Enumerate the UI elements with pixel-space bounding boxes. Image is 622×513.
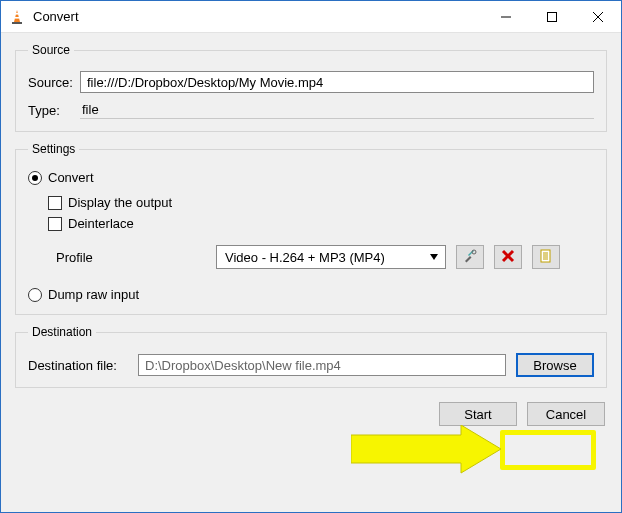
minimize-button[interactable]	[483, 1, 529, 33]
close-button[interactable]	[575, 1, 621, 33]
arrow-annotation	[351, 425, 511, 484]
dump-raw-label: Dump raw input	[48, 287, 139, 302]
profile-combobox[interactable]: Video - H.264 + MP3 (MP4)	[216, 245, 446, 269]
svg-marker-8	[430, 254, 438, 260]
svg-rect-12	[541, 250, 550, 262]
deinterlace-label: Deinterlace	[68, 216, 134, 231]
display-output-label: Display the output	[68, 195, 172, 210]
destination-label: Destination file:	[28, 358, 128, 373]
svg-rect-1	[15, 13, 18, 15]
browse-button[interactable]: Browse	[516, 353, 594, 377]
tools-icon	[462, 248, 478, 267]
source-label: Source:	[28, 75, 80, 90]
delete-profile-button[interactable]	[494, 245, 522, 269]
chevron-down-icon	[429, 252, 439, 262]
destination-legend: Destination	[28, 325, 96, 339]
destination-input[interactable]	[138, 354, 506, 376]
svg-rect-3	[12, 22, 22, 24]
profile-label: Profile	[56, 250, 206, 265]
deinterlace-checkbox[interactable]: Deinterlace	[48, 216, 134, 231]
delete-icon	[501, 249, 515, 266]
destination-group: Destination Destination file: Browse	[15, 325, 607, 388]
settings-group: Settings Convert Display the output Dein…	[15, 142, 607, 315]
start-button[interactable]: Start	[439, 402, 517, 426]
display-output-checkbox[interactable]: Display the output	[48, 195, 172, 210]
svg-rect-2	[15, 17, 20, 19]
dump-raw-radio[interactable]: Dump raw input	[28, 287, 139, 302]
source-input[interactable]	[80, 71, 594, 93]
client-area: Source Source: Type: file Settings Conve…	[1, 33, 621, 512]
vlc-icon	[9, 9, 25, 25]
source-group: Source Source: Type: file	[15, 43, 607, 132]
source-legend: Source	[28, 43, 74, 57]
svg-marker-17	[351, 425, 501, 473]
maximize-button[interactable]	[529, 1, 575, 33]
edit-profile-button[interactable]	[456, 245, 484, 269]
new-profile-icon	[539, 249, 553, 266]
convert-dialog: Convert Source Source: Type: file Set	[0, 0, 622, 513]
type-label: Type:	[28, 103, 80, 118]
convert-radio-label: Convert	[48, 170, 94, 185]
highlight-browse	[500, 430, 596, 470]
convert-radio[interactable]: Convert	[28, 170, 94, 185]
new-profile-button[interactable]	[532, 245, 560, 269]
svg-marker-0	[14, 10, 20, 22]
titlebar: Convert	[1, 1, 621, 33]
settings-legend: Settings	[28, 142, 79, 156]
cancel-button[interactable]: Cancel	[527, 402, 605, 426]
window-title: Convert	[33, 9, 79, 24]
action-bar: Start Cancel	[15, 398, 607, 426]
profile-value: Video - H.264 + MP3 (MP4)	[225, 250, 385, 265]
type-value: file	[80, 101, 594, 119]
svg-rect-5	[548, 12, 557, 21]
